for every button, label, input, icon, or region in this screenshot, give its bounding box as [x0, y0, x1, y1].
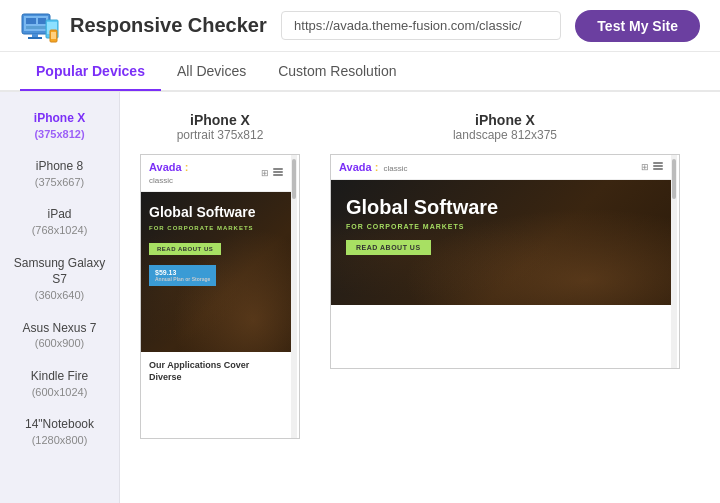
site-nav-icons: ⊞	[261, 168, 283, 178]
svg-rect-3	[38, 18, 46, 24]
hero-subtitle-landscape: FOR CORPORATE MARKETS	[346, 223, 656, 230]
scroll-thumb	[292, 159, 296, 199]
sidebar-item-iphone-8[interactable]: iPhone 8 (375x667)	[0, 150, 119, 198]
price-badge: $59.13 Annual Plan or Storage	[149, 265, 216, 286]
landscape-preview-container: iPhone X landscape 812x375 Avada : class…	[330, 112, 680, 369]
site-nav-icons-landscape: ⊞	[641, 162, 663, 172]
svg-rect-10	[51, 32, 56, 39]
site-below-hero: Our Applications Cover Diverse	[141, 352, 291, 391]
hero-content-landscape: Global Software FOR CORPORATE MARKETS RE…	[331, 180, 671, 263]
sidebar: iPhone X (375x812) iPhone 8 (375x667) iP…	[0, 92, 120, 503]
portrait-site-mockup: Avada : classic ⊞	[141, 155, 299, 438]
device-size: (375x812)	[10, 127, 109, 142]
sidebar-item-iphone-x[interactable]: iPhone X (375x812)	[0, 102, 119, 150]
main-content: iPhone X (375x812) iPhone 8 (375x667) iP…	[0, 92, 720, 503]
device-size: (1280x800)	[10, 433, 109, 448]
section-title: Our Applications Cover Diverse	[149, 360, 283, 383]
landscape-device-name: iPhone X	[453, 112, 557, 128]
hero-content: Global Software FOR CORPORATE MARKETS RE…	[141, 192, 291, 294]
sidebar-item-samsung-s7[interactable]: Samsung Galaxy S7 (360x640)	[0, 247, 119, 312]
app-header: Responsive Checker Test My Site	[0, 0, 720, 52]
tab-popular[interactable]: Popular Devices	[20, 53, 161, 91]
cart-icon: ⊞	[261, 168, 269, 178]
app-logo-icon	[20, 6, 60, 46]
test-button[interactable]: Test My Site	[575, 10, 700, 42]
hero-title: Global Software	[149, 204, 283, 221]
sidebar-item-kindle-fire[interactable]: Kindle Fire (600x1024)	[0, 360, 119, 408]
device-size: (768x1024)	[10, 223, 109, 238]
portrait-preview-container: iPhone X portrait 375x812 Avada : classi…	[140, 112, 300, 439]
logo-area: Responsive Checker	[20, 6, 267, 46]
hamburger-icon-landscape	[653, 162, 663, 170]
hero-title-landscape: Global Software	[346, 195, 656, 219]
site-hero-landscape: Global Software FOR CORPORATE MARKETS RE…	[331, 180, 671, 305]
scroll-indicator[interactable]	[291, 155, 297, 438]
sidebar-item-asus-nexus[interactable]: Asus Nexus 7 (600x900)	[0, 312, 119, 360]
device-name: Samsung Galaxy S7	[10, 255, 109, 289]
device-size: (360x640)	[10, 288, 109, 303]
landscape-device-size: landscape 812x375	[453, 128, 557, 142]
portrait-phone-frame: Avada : classic ⊞	[140, 154, 300, 439]
svg-rect-2	[26, 18, 36, 24]
site-hero-portrait: Global Software FOR CORPORATE MARKETS RE…	[141, 192, 291, 352]
device-name: 14"Notebook	[10, 416, 109, 433]
tabs-nav: Popular Devices All Devices Custom Resol…	[0, 52, 720, 92]
device-name: Asus Nexus 7	[10, 320, 109, 337]
site-header-landscape: Avada : classic ⊞	[331, 155, 671, 180]
hamburger-icon	[273, 168, 283, 176]
device-name: iPhone 8	[10, 158, 109, 175]
scroll-thumb-landscape	[672, 159, 676, 199]
device-size: (600x1024)	[10, 385, 109, 400]
url-input[interactable]	[281, 11, 561, 40]
landscape-site-mockup: Avada : classic ⊞	[331, 155, 679, 368]
device-size: (375x667)	[10, 175, 109, 190]
site-header: Avada : classic ⊞	[141, 155, 291, 192]
hero-cta-button-landscape[interactable]: READ ABOUT US	[346, 240, 431, 255]
app-title: Responsive Checker	[70, 14, 267, 37]
device-name: iPad	[10, 206, 109, 223]
tab-custom-resolution[interactable]: Custom Resolution	[262, 53, 412, 91]
landscape-phone-frame: Avada : classic ⊞	[330, 154, 680, 369]
device-name: Kindle Fire	[10, 368, 109, 385]
sidebar-item-ipad[interactable]: iPad (768x1024)	[0, 198, 119, 246]
site-logo-landscape: Avada : classic	[339, 161, 407, 173]
device-name: iPhone X	[10, 110, 109, 127]
portrait-label: iPhone X portrait 375x812	[177, 112, 264, 142]
url-bar	[267, 11, 576, 40]
sidebar-item-notebook[interactable]: 14"Notebook (1280x800)	[0, 408, 119, 456]
hero-subtitle: FOR CORPORATE MARKETS	[149, 225, 283, 231]
svg-rect-6	[28, 37, 42, 39]
site-logo: Avada : classic	[149, 161, 188, 185]
scroll-indicator-landscape[interactable]	[671, 155, 677, 368]
cart-icon-landscape: ⊞	[641, 162, 649, 172]
device-size: (600x900)	[10, 336, 109, 351]
hero-cta-button[interactable]: READ ABOUT US	[149, 243, 221, 255]
svg-rect-4	[26, 26, 46, 29]
tab-all-devices[interactable]: All Devices	[161, 53, 262, 91]
device-previews: iPhone X portrait 375x812 Avada : classi…	[140, 112, 700, 439]
portrait-device-size: portrait 375x812	[177, 128, 264, 142]
landscape-label: iPhone X landscape 812x375	[453, 112, 557, 142]
portrait-device-name: iPhone X	[177, 112, 264, 128]
preview-content: iPhone X portrait 375x812 Avada : classi…	[120, 92, 720, 503]
